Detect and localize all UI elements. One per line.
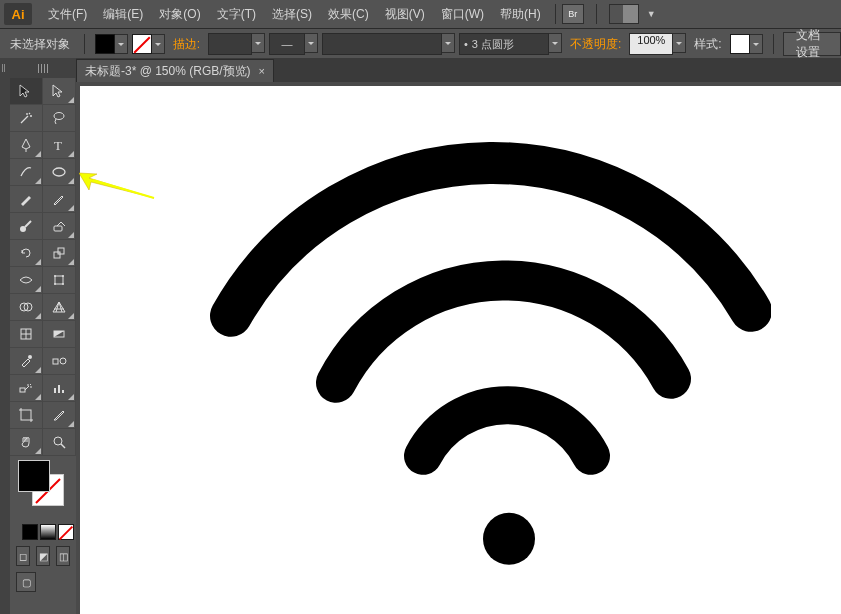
pencil-tool[interactable] — [43, 186, 76, 213]
svg-rect-22 — [62, 390, 64, 393]
canvas-area — [76, 82, 841, 614]
svg-rect-17 — [53, 359, 58, 364]
mesh-tool[interactable] — [10, 321, 43, 348]
separator — [773, 34, 774, 54]
svg-point-0 — [54, 113, 64, 120]
pen-tool[interactable] — [10, 132, 43, 159]
eyedropper-tool[interactable] — [10, 348, 43, 375]
separator — [84, 34, 85, 54]
bridge-button[interactable]: Br — [562, 4, 584, 24]
lasso-tool[interactable] — [43, 105, 76, 132]
fill-color-swatch[interactable] — [18, 460, 50, 492]
document-tab-title: 未标题-3* @ 150% (RGB/预览) — [85, 63, 251, 80]
separator — [596, 4, 597, 24]
magic-wand-tool[interactable] — [10, 105, 43, 132]
eraser-tool[interactable] — [43, 213, 76, 240]
fill-stroke-swatches[interactable] — [10, 456, 76, 524]
screen-mode-button[interactable]: ▢ — [16, 572, 36, 592]
hand-tool[interactable] — [10, 429, 43, 456]
menu-help[interactable]: 帮助(H) — [492, 0, 549, 28]
stroke-label: 描边: — [169, 36, 204, 53]
tools-panel: T — [10, 58, 77, 614]
svg-rect-21 — [58, 385, 60, 393]
fill-swatch[interactable] — [95, 34, 128, 54]
svg-rect-20 — [54, 388, 56, 393]
none-mode-button[interactable] — [58, 524, 74, 540]
paintbrush-tool[interactable] — [10, 186, 43, 213]
stroke-swatch[interactable] — [132, 34, 165, 54]
svg-text:T: T — [54, 138, 62, 153]
menu-type[interactable]: 文字(T) — [209, 0, 264, 28]
opacity-label: 不透明度: — [566, 36, 625, 53]
rotate-tool[interactable] — [10, 240, 43, 267]
menu-bar: Ai 文件(F) 编辑(E) 对象(O) 文字(T) 选择(S) 效果(C) 视… — [0, 0, 841, 29]
brush-definition[interactable]: • 3 点圆形 — [459, 33, 562, 55]
svg-point-24 — [54, 437, 62, 445]
stroke-weight-field[interactable] — [208, 33, 265, 55]
symbol-sprayer-tool[interactable] — [10, 375, 43, 402]
type-tool[interactable]: T — [43, 132, 76, 159]
column-graph-tool[interactable] — [43, 375, 76, 402]
menu-object[interactable]: 对象(O) — [151, 0, 208, 28]
document-setup-button[interactable]: 文档设置 — [783, 32, 841, 56]
arrange-documents-button[interactable] — [609, 4, 639, 24]
svg-point-10 — [54, 283, 56, 285]
document-tab[interactable]: 未标题-3* @ 150% (RGB/预览) × — [76, 59, 274, 82]
wifi-artwork — [151, 111, 771, 571]
draw-mode-inside[interactable]: ◫ — [56, 546, 70, 566]
svg-point-8 — [54, 275, 56, 277]
gradient-mode-button[interactable] — [40, 524, 56, 540]
menu-effect[interactable]: 效果(C) — [320, 0, 377, 28]
menu-edit[interactable]: 编辑(E) — [95, 0, 151, 28]
svg-point-2 — [53, 168, 65, 176]
svg-rect-19 — [20, 388, 25, 392]
perspective-grid-tool[interactable] — [43, 294, 76, 321]
svg-rect-7 — [55, 276, 63, 284]
graphic-style-swatch[interactable] — [730, 34, 763, 54]
ellipse-tool[interactable] — [43, 159, 76, 186]
blob-brush-tool[interactable] — [10, 213, 43, 240]
svg-rect-4 — [54, 226, 62, 231]
app-logo: Ai — [4, 3, 32, 25]
menu-view[interactable]: 视图(V) — [377, 0, 433, 28]
line-segment-tool[interactable] — [10, 159, 43, 186]
scale-tool[interactable] — [43, 240, 76, 267]
draw-mode-normal[interactable]: ◻ — [16, 546, 30, 566]
svg-point-18 — [60, 358, 66, 364]
selection-tool[interactable] — [10, 78, 43, 105]
shape-builder-tool[interactable] — [10, 294, 43, 321]
draw-mode-behind[interactable]: ◩ — [36, 546, 50, 566]
gradient-tool[interactable] — [43, 321, 76, 348]
direct-selection-tool[interactable] — [43, 78, 76, 105]
selection-status: 未选择对象 — [6, 36, 74, 53]
menu-right-controls: Br ▼ — [562, 4, 656, 24]
blend-tool[interactable] — [43, 348, 76, 375]
svg-rect-5 — [54, 252, 60, 258]
svg-rect-6 — [58, 248, 64, 254]
svg-point-25 — [483, 513, 535, 565]
tools-panel-grip[interactable] — [10, 58, 76, 78]
separator — [555, 4, 556, 24]
close-tab-icon[interactable]: × — [259, 65, 265, 77]
variable-width-profile[interactable]: — — [269, 33, 318, 55]
artboard[interactable] — [80, 86, 841, 614]
zoom-tool[interactable] — [43, 429, 76, 456]
opacity-field[interactable]: 100% — [629, 33, 686, 55]
artboard-tool[interactable] — [10, 402, 43, 429]
svg-point-11 — [62, 283, 64, 285]
document-tab-bar: 未标题-3* @ 150% (RGB/预览) × — [76, 58, 841, 83]
width-tool[interactable] — [10, 267, 43, 294]
slice-tool[interactable] — [43, 402, 76, 429]
options-bar: 未选择对象 描边: — • 3 点圆形 不透明度: 100% 样式: 文档设置 — [0, 29, 841, 60]
free-transform-tool[interactable] — [43, 267, 76, 294]
chevron-down-icon: ▼ — [647, 9, 656, 19]
menu-window[interactable]: 窗口(W) — [433, 0, 492, 28]
brush-definition-empty[interactable] — [322, 33, 455, 55]
svg-point-9 — [62, 275, 64, 277]
style-label: 样式: — [690, 36, 725, 53]
menu-select[interactable]: 选择(S) — [264, 0, 320, 28]
color-mode-button[interactable] — [22, 524, 38, 540]
svg-point-16 — [28, 355, 32, 359]
menu-file[interactable]: 文件(F) — [40, 0, 95, 28]
svg-rect-23 — [21, 410, 31, 420]
